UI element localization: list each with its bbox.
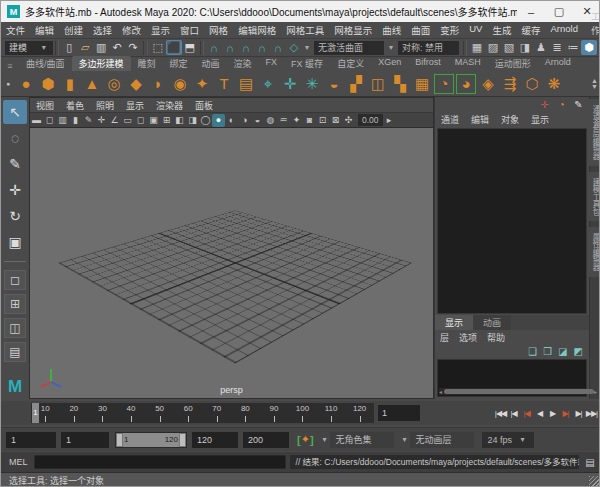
- viewport-canvas[interactable]: persp: [30, 128, 433, 398]
- edit-pencil-icon[interactable]: ✎: [572, 99, 585, 110]
- menu-item[interactable]: 编辑网格: [233, 23, 281, 37]
- ik-handle-icon[interactable]: ✛: [279, 73, 301, 95]
- layer-list[interactable]: ◂ ▸: [437, 359, 587, 397]
- playback-end-field[interactable]: 120: [192, 432, 238, 448]
- shelf-tab[interactable]: 动画: [195, 56, 227, 71]
- mel-input[interactable]: [34, 455, 286, 469]
- step-forward-key-button[interactable]: ▶|: [559, 406, 572, 420]
- panel-menu-item[interactable]: 照明: [90, 99, 120, 112]
- select-hierarchy-icon[interactable]: ⬚: [150, 40, 166, 55]
- use-all-lights-icon[interactable]: ◑: [238, 114, 251, 127]
- new-empty-layer-icon[interactable]: ◪: [558, 346, 567, 357]
- display-layer-icon[interactable]: ≣: [549, 40, 565, 55]
- auto-keyframe-icon[interactable]: [ ✦ ]: [297, 433, 314, 446]
- scroll-right-icon[interactable]: ▸: [594, 388, 597, 395]
- shelf-tab[interactable]: 自定义: [330, 56, 371, 71]
- undo-icon[interactable]: ↶: [109, 40, 125, 55]
- poly-sphere-icon[interactable]: ●: [15, 73, 37, 95]
- snap-projected-center-icon[interactable]: ∩: [254, 40, 270, 55]
- resolution-gate-icon[interactable]: ◻: [134, 114, 147, 127]
- open-scene-icon[interactable]: ▱: [77, 40, 93, 55]
- active-surface-field[interactable]: 无激活曲面: [314, 41, 384, 55]
- range-handle-right[interactable]: [179, 433, 186, 447]
- mel-label[interactable]: MEL: [1, 457, 34, 467]
- combine-icon[interactable]: ◒: [323, 73, 345, 95]
- play-forwards-button[interactable]: ▶: [546, 406, 559, 420]
- shelf-tab[interactable]: 曲线/曲面: [19, 56, 72, 71]
- menu-item[interactable]: 修改: [117, 23, 146, 37]
- menu-item[interactable]: 网格: [204, 23, 233, 37]
- lock-camera-icon[interactable]: ◻: [43, 114, 56, 127]
- select-object-icon[interactable]: ⬛: [166, 40, 182, 55]
- poly-cube-icon[interactable]: ⬢: [37, 73, 59, 95]
- range-handle-left[interactable]: [116, 433, 123, 447]
- paint-select-tool[interactable]: ✎: [3, 152, 27, 176]
- safe-action-icon[interactable]: ◧: [173, 114, 186, 127]
- snap-curve-icon[interactable]: ∩: [222, 40, 238, 55]
- xray-icon[interactable]: ◙: [303, 114, 316, 127]
- playback-start-field[interactable]: 1: [61, 432, 109, 448]
- menu-item[interactable]: 网格显示: [329, 23, 377, 37]
- menu-item[interactable]: UV: [464, 23, 487, 37]
- shelf-tab[interactable]: FX 缓存: [284, 56, 330, 71]
- layout-outliner-pane-button[interactable]: ▤: [4, 342, 26, 362]
- shelf-spinner[interactable]: ▲ ▼: [591, 78, 600, 90]
- snap-live-icon[interactable]: ◇: [286, 40, 302, 55]
- select-tool[interactable]: ↖: [3, 100, 27, 124]
- field-popup-icon[interactable]: ⊠: [329, 114, 342, 127]
- shelf-tab[interactable]: 渲染: [227, 56, 259, 71]
- divider[interactable]: [55, 41, 59, 55]
- anti-alias-icon[interactable]: ✦: [290, 114, 303, 127]
- layer-empty-icon[interactable]: ❒: [543, 346, 552, 357]
- new-scene-icon[interactable]: ▯: [61, 40, 77, 55]
- separate-icon[interactable]: ▞: [345, 73, 367, 95]
- field-chart-icon[interactable]: ⊞: [160, 114, 173, 127]
- animation-layer-selector[interactable]: ▾ 无动画层: [400, 432, 474, 448]
- menu-item[interactable]: 曲线: [377, 23, 406, 37]
- camera-attributes-icon[interactable]: ▥: [56, 114, 69, 127]
- channel-box-list[interactable]: [437, 128, 587, 314]
- shelf-tab[interactable]: 运动图形: [488, 56, 538, 71]
- shelf-tab[interactable]: 雕刻: [131, 56, 163, 71]
- mirror-icon[interactable]: ◕: [456, 74, 476, 94]
- layer-editor-tab[interactable]: 显示: [435, 315, 473, 330]
- symmetry-field[interactable]: 对称: 禁用: [398, 41, 459, 55]
- channel-box-menu-item[interactable]: 编辑: [465, 113, 495, 126]
- snap-dropdown-icon[interactable]: ▾: [302, 43, 312, 52]
- step-back-key-button[interactable]: |◀: [520, 406, 533, 420]
- menu-item[interactable]: 创建: [59, 23, 88, 37]
- layer-editor-tab[interactable]: 动画: [473, 315, 511, 330]
- render-settings-icon[interactable]: ▧: [501, 40, 517, 55]
- safe-title-icon[interactable]: ◨: [186, 114, 199, 127]
- boolean-icon[interactable]: ◫: [367, 73, 389, 95]
- layer-editor-menu-item[interactable]: 层: [435, 331, 454, 344]
- platonic-solid-icon[interactable]: ◉: [169, 73, 191, 95]
- poly-type-icon[interactable]: T: [213, 73, 235, 95]
- film-gate-icon[interactable]: ▭: [121, 114, 134, 127]
- shelf-spin-down-icon[interactable]: ▼: [591, 84, 598, 90]
- manipulator-axis-icon[interactable]: ✛: [538, 99, 551, 110]
- shelf-tab[interactable]: 绑定: [163, 56, 195, 71]
- textured-icon[interactable]: ◐: [225, 114, 238, 127]
- range-slider-track[interactable]: 1 120: [115, 432, 187, 448]
- screen-space-ao-icon[interactable]: ◍: [264, 114, 277, 127]
- speed-state-icon[interactable]: ◔: [555, 99, 568, 110]
- save-scene-icon[interactable]: ▥: [93, 40, 109, 55]
- ipr-render-icon[interactable]: ▨: [485, 40, 501, 55]
- shelf-tab[interactable]: MASH: [448, 56, 488, 71]
- bridge-icon[interactable]: ⇶: [499, 73, 521, 95]
- snap-view-plane-icon[interactable]: ∩: [270, 40, 286, 55]
- panel-menu-item[interactable]: 着色: [60, 99, 90, 112]
- animation-end-field[interactable]: 200: [243, 432, 289, 448]
- exposure-field[interactable]: 0.00: [358, 114, 383, 126]
- shelf-tab[interactable]: 多边形建模: [72, 56, 131, 71]
- 2d-pan-zoom-icon[interactable]: ✛: [95, 114, 108, 127]
- divider[interactable]: [200, 41, 204, 55]
- menu-set-selector[interactable]: 建模▾: [5, 41, 53, 55]
- new-layer-from-selected-icon[interactable]: ◩: [574, 346, 583, 357]
- poly-cone-icon[interactable]: ▲: [81, 73, 103, 95]
- snap-point-icon[interactable]: ∩: [238, 40, 254, 55]
- step-forward-frame-button[interactable]: ▶|: [572, 406, 585, 420]
- menu-item[interactable]: 变形: [435, 23, 464, 37]
- current-frame-field[interactable]: 1: [378, 405, 420, 421]
